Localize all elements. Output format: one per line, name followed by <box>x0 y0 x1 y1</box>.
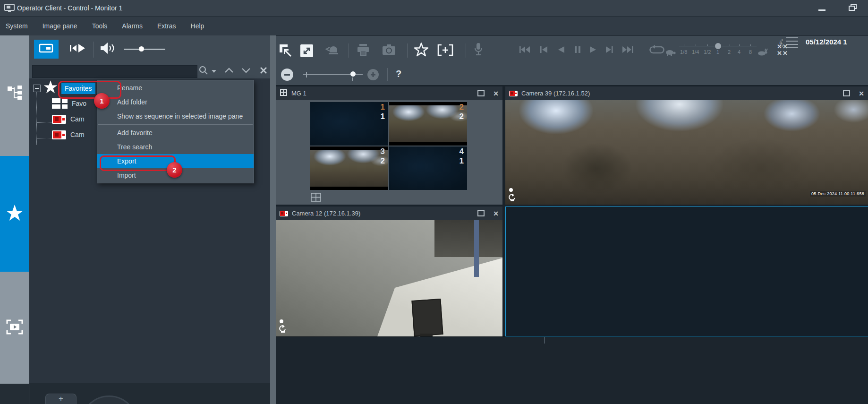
close-pane-button[interactable]: ✕ <box>493 211 499 216</box>
menu-system[interactable]: System <box>5 22 29 30</box>
skip-forward-button[interactable] <box>621 45 634 54</box>
tree-connector <box>37 107 52 107</box>
monitor-tile-1[interactable]: 1 1 <box>310 102 388 146</box>
camera-number: 2 <box>381 156 385 166</box>
panel-splitter[interactable] <box>270 35 276 404</box>
next-frame-button[interactable] <box>604 45 615 54</box>
pane-camera-39[interactable]: Camera 39 (172.16.1.52) ✕ 05.Dec 2024 11… <box>505 86 868 205</box>
instant-replay-icon[interactable] <box>278 325 287 335</box>
toolbar-divider <box>349 43 349 58</box>
pane-title: Camera 12 (172.16.1.39) <box>292 210 360 217</box>
maximize-pane-button[interactable] <box>477 90 485 96</box>
camera-thumbnail <box>310 150 388 187</box>
menu-bar: System Image pane Tools Alarms Extras He… <box>0 17 868 36</box>
volume-slider-track[interactable] <box>124 49 165 50</box>
maximize-pane-button[interactable] <box>843 90 850 96</box>
previous-frame-button[interactable] <box>538 45 549 54</box>
maximize-pane-toolbar-button[interactable] <box>300 44 313 57</box>
context-menu-item-add-favorite[interactable]: Add favorite <box>97 126 254 140</box>
favorite-star-button[interactable] <box>414 43 429 57</box>
annotation-box-favorites <box>58 81 121 99</box>
tree-item-camera-2[interactable]: Cam <box>52 129 85 141</box>
maximize-pane-button[interactable] <box>477 210 485 216</box>
camera39-video[interactable]: 05.Dec 2024 11:00:11:658 <box>505 100 868 205</box>
help-button[interactable]: ? <box>396 69 401 79</box>
tree-search-input[interactable] <box>32 65 197 78</box>
pane-mg1-header[interactable]: MG 1 ✕ <box>276 86 502 100</box>
speed-label: 2 <box>728 49 731 55</box>
sidebar-tab-favorites[interactable] <box>0 156 29 272</box>
minimize-icon[interactable] <box>818 9 825 11</box>
sequence-button[interactable] <box>64 40 91 59</box>
search-icon[interactable] <box>198 65 209 77</box>
add-to-image-window-button[interactable] <box>436 43 454 57</box>
speed-label: 1/2 <box>704 49 711 55</box>
sidebar-tab-playback[interactable] <box>0 272 29 384</box>
tree-collapse-box[interactable] <box>33 85 41 92</box>
skip-backward-button[interactable] <box>519 45 531 54</box>
camera12-video[interactable] <box>276 220 502 336</box>
loop-playback-icon[interactable] <box>648 44 666 56</box>
favorites-view-icon <box>52 98 68 109</box>
logical-tree-icon <box>7 85 23 103</box>
restore-icon[interactable] <box>849 4 857 13</box>
rack-shape <box>434 220 502 257</box>
monitor-tile-3[interactable]: 3 2 <box>310 146 388 190</box>
tree-item-camera-1[interactable]: Cam <box>52 113 85 125</box>
instant-replay-icon[interactable] <box>508 194 516 204</box>
pane-camera-12[interactable]: Camera 12 (172.16.1.39) ✕ <box>276 206 502 336</box>
search-prev-icon[interactable] <box>224 66 234 77</box>
menu-tools[interactable]: Tools <box>91 22 109 30</box>
zoom-in-button[interactable] <box>367 69 379 80</box>
restore-layout-button[interactable] <box>279 43 294 58</box>
close-pane-button[interactable]: ✕ <box>859 91 864 96</box>
close-all-panes-button[interactable]: ✕✕ ✕✕ <box>777 43 788 57</box>
play-backward-button[interactable] <box>556 45 566 54</box>
tree-connector <box>37 122 52 123</box>
add-image-pane-button[interactable]: + <box>45 394 77 404</box>
tree-item-favorites-view[interactable]: Favo <box>52 97 86 110</box>
context-menu-item-add-folder[interactable]: Add folder <box>97 95 254 109</box>
live-view-button[interactable] <box>34 40 59 59</box>
pane-camera39-header[interactable]: Camera 39 (172.16.1.52) ✕ <box>505 86 868 100</box>
close-pane-button[interactable]: ✕ <box>493 91 499 96</box>
volume-slider-knob[interactable] <box>139 46 144 52</box>
scene-shadow <box>562 143 633 195</box>
microphone-icon[interactable] <box>474 43 483 57</box>
zoom-slider-knob[interactable] <box>350 71 356 77</box>
pause-button[interactable] <box>573 45 582 54</box>
pane-count-dial[interactable] <box>80 395 138 404</box>
monitor-wall-view[interactable]: 1 1 2 2 3 2 4 1 <box>276 100 502 205</box>
snapshot-icon[interactable] <box>382 44 396 56</box>
tree-star-icon <box>43 80 58 96</box>
pane-title: Camera 39 (172.16.1.52) <box>521 90 590 97</box>
pane-camera12-header[interactable]: Camera 12 (172.16.1.39) ✕ <box>276 206 502 220</box>
speed-slider-knob[interactable] <box>715 43 721 49</box>
context-menu-item-show-as-sequence[interactable]: Show as sequence in selected image pane <box>97 109 254 123</box>
print-icon[interactable] <box>356 43 370 56</box>
pane-mg1[interactable]: MG 1 ✕ 1 1 2 2 3 2 <box>276 86 502 205</box>
video-timestamp: 05.Dec 2024 11:00:11:658 <box>810 191 866 197</box>
sidebar-tab-logical-tree[interactable] <box>0 35 29 156</box>
speed-label: 1 <box>716 49 719 55</box>
search-next-icon[interactable] <box>241 66 251 77</box>
annotation-badge-2: 2 <box>167 162 182 178</box>
alarm-trigger-icon[interactable] <box>325 43 341 57</box>
menu-extras[interactable]: Extras <box>156 22 177 30</box>
tree-item-label: Favo <box>72 100 86 107</box>
pane-empty-selected[interactable] <box>505 206 868 336</box>
monitor-tile-4[interactable]: 4 1 <box>389 146 467 190</box>
menu-alarms[interactable]: Alarms <box>121 22 144 30</box>
monitor-tile-2[interactable]: 2 2 <box>389 102 467 146</box>
camera-number: 2 <box>460 112 464 121</box>
play-button[interactable] <box>588 45 598 54</box>
menu-help[interactable]: Help <box>190 22 205 30</box>
search-clear-icon[interactable] <box>259 66 268 77</box>
video-image <box>505 100 868 205</box>
zoom-out-button[interactable] <box>281 69 293 81</box>
grid-layout-icon[interactable] <box>311 193 321 204</box>
context-menu-item-tree-search[interactable]: Tree search <box>97 140 254 154</box>
audio-button[interactable] <box>99 42 116 57</box>
menu-image-pane[interactable]: Image pane <box>42 22 78 30</box>
search-options-caret-icon[interactable] <box>212 70 216 73</box>
